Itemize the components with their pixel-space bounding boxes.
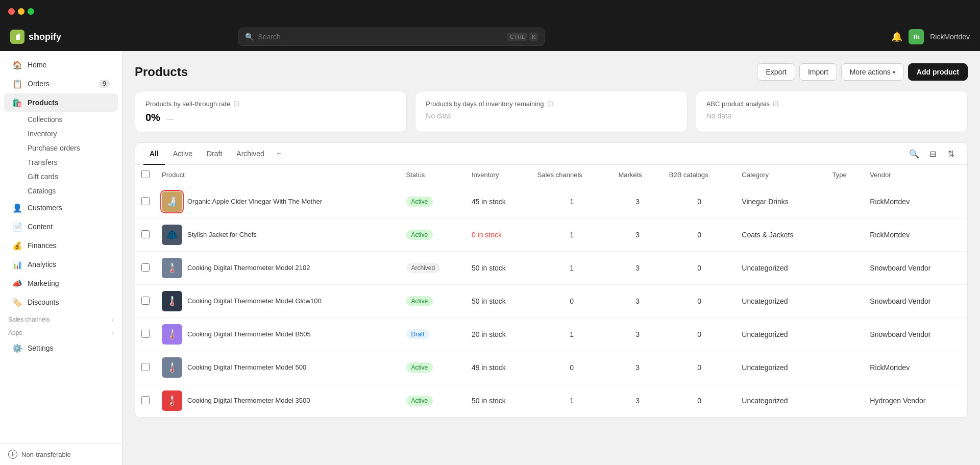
row-type-cell <box>826 218 864 252</box>
row-product-cell[interactable]: 🌡️ Cooking Digital Thermometer Model 500 <box>156 351 400 384</box>
tab-all[interactable]: All <box>143 143 165 165</box>
col-product: Product <box>156 165 400 185</box>
row-markets-cell: 3 <box>612 185 663 218</box>
page-title: Products <box>135 65 757 79</box>
sidebar-item-finances[interactable]: 💰 Finances <box>4 236 118 255</box>
sidebar-item-discounts[interactable]: 🏷️ Discounts <box>4 293 118 311</box>
status-badge-2: Active <box>406 230 433 240</box>
more-actions-button[interactable]: More actions ▾ <box>841 63 904 81</box>
add-product-button[interactable]: Add product <box>908 63 968 81</box>
tab-archived[interactable]: Archived <box>230 143 270 165</box>
logo-text: shopify <box>29 32 61 42</box>
minimize-button[interactable] <box>18 8 24 15</box>
sidebar-item-marketing-label: Marketing <box>28 279 59 287</box>
row-checkbox-6[interactable] <box>141 363 150 371</box>
product-thumbnail-4: 🌡️ <box>162 291 182 311</box>
import-button[interactable]: Import <box>799 63 837 81</box>
row-b2b-cell: 0 <box>663 285 736 318</box>
row-vendor-cell: Snowboard Vendor <box>864 252 967 285</box>
sidebar-item-collections[interactable]: Collections <box>23 112 118 127</box>
select-all-col <box>135 165 156 185</box>
row-sales-channels-cell: 1 <box>531 384 612 418</box>
row-inventory-cell: 50 in stock <box>465 384 531 418</box>
sort-table-button[interactable]: ⇅ <box>943 145 959 162</box>
sidebar-item-analytics[interactable]: 📊 Analytics <box>4 255 118 274</box>
sidebar-item-purchase-orders[interactable]: Purchase orders <box>23 141 118 155</box>
row-product-cell[interactable]: 🍶 Organic Apple Cider Vinegar With The M… <box>156 185 400 218</box>
tab-add-button[interactable]: + <box>273 143 285 164</box>
orders-badge: 9 <box>99 80 110 88</box>
stats-row: Products by sell-through rate ⊡ 0% — Pro… <box>135 91 968 132</box>
row-checkbox-3[interactable] <box>141 263 150 272</box>
search-shortcut: CTRL K <box>507 33 538 41</box>
orders-icon: 📋 <box>12 79 22 89</box>
row-product-cell[interactable]: 🌡️ Cooking Digital Thermometer Model 210… <box>156 252 400 285</box>
sidebar-item-customers[interactable]: 👤 Customers <box>4 199 118 217</box>
notification-button[interactable]: 🔔 <box>891 31 902 42</box>
table-row[interactable]: 🌡️ Cooking Digital Thermometer Model B50… <box>135 318 967 351</box>
search-table-button[interactable]: 🔍 <box>906 145 922 162</box>
finances-icon: 💰 <box>12 240 22 251</box>
row-inventory-cell: 49 in stock <box>465 351 531 384</box>
sidebar-item-marketing[interactable]: 📣 Marketing <box>4 274 118 292</box>
search-bar[interactable]: 🔍 CTRL K <box>238 28 545 46</box>
table-row[interactable]: 🌡️ Cooking Digital Thermometer Model 500… <box>135 351 967 384</box>
inventory-value-2: 0 in stock <box>472 231 502 239</box>
maximize-button[interactable] <box>28 8 34 15</box>
table-row[interactable]: 🧥 Stylish Jacket for Chefs Active 0 in s… <box>135 218 967 252</box>
sidebar-item-gift-cards[interactable]: Gift cards <box>23 169 118 184</box>
table-row[interactable]: 🌡️ Cooking Digital Thermometer Model 210… <box>135 252 967 285</box>
filter-table-button[interactable]: ⊟ <box>924 145 941 162</box>
sidebar-item-transfers[interactable]: Transfers <box>23 155 118 169</box>
sidebar-item-content[interactable]: 📄 Content <box>4 217 118 236</box>
stat-abc-icon: ⊡ <box>773 100 779 108</box>
sidebar-item-analytics-label: Analytics <box>28 260 56 268</box>
products-sub-nav: Collections Inventory Purchase orders Tr… <box>0 112 122 198</box>
row-checkbox-cell <box>135 351 156 384</box>
status-badge-6: Active <box>406 362 433 373</box>
row-product-cell[interactable]: 🌡️ Cooking Digital Thermometer Model B50… <box>156 318 400 351</box>
content-icon: 📄 <box>12 222 22 232</box>
row-checkbox-2[interactable] <box>141 230 150 238</box>
row-product-cell[interactable]: 🧥 Stylish Jacket for Chefs <box>156 218 400 252</box>
row-checkbox-7[interactable] <box>141 396 150 404</box>
row-checkbox-4[interactable] <box>141 297 150 305</box>
sidebar-item-catalogs[interactable]: Catalogs <box>23 184 118 198</box>
inventory-value-4: 50 in stock <box>472 297 506 305</box>
col-sales-channels: Sales channels <box>531 165 612 185</box>
sidebar-item-home[interactable]: 🏠 Home <box>4 56 118 74</box>
row-product-cell[interactable]: 🌡️ Cooking Digital Thermometer Model 350… <box>156 384 400 418</box>
sidebar-footer[interactable]: ℹ Non-transferable <box>0 443 122 465</box>
row-category-cell: Vinegar Drinks <box>736 185 826 218</box>
sidebar-item-discounts-label: Discounts <box>28 298 59 306</box>
table-row[interactable]: 🍶 Organic Apple Cider Vinegar With The M… <box>135 185 967 218</box>
row-product-cell[interactable]: 🌡️ Cooking Digital Thermometer Model Glo… <box>156 285 400 318</box>
table-row[interactable]: 🌡️ Cooking Digital Thermometer Model Glo… <box>135 285 967 318</box>
tab-draft[interactable]: Draft <box>201 143 228 165</box>
product-name-6: Cooking Digital Thermometer Model 500 <box>187 363 306 372</box>
row-checkbox-cell <box>135 252 156 285</box>
row-status-cell: Draft <box>400 318 465 351</box>
col-category: Category <box>736 165 826 185</box>
row-checkbox-5[interactable] <box>141 330 150 338</box>
select-all-checkbox[interactable] <box>141 170 150 178</box>
row-checkbox-1[interactable] <box>141 197 150 205</box>
products-icon: 🛍️ <box>12 97 22 108</box>
row-type-cell <box>826 185 864 218</box>
row-type-cell <box>826 318 864 351</box>
sidebar-item-orders[interactable]: 📋 Orders 9 <box>4 75 118 93</box>
export-button[interactable]: Export <box>757 63 795 81</box>
sidebar-item-products[interactable]: 🛍️ Products <box>4 93 118 112</box>
search-input[interactable] <box>258 33 503 41</box>
row-markets-cell: 3 <box>612 285 663 318</box>
stat-sell-through-label: Products by sell-through rate ⊡ <box>145 100 396 108</box>
sidebar-item-settings[interactable]: ⚙️ Settings <box>4 339 118 357</box>
sidebar-item-inventory[interactable]: Inventory <box>23 127 118 141</box>
apps-section[interactable]: Apps › <box>0 325 122 338</box>
tab-active[interactable]: Active <box>167 143 199 165</box>
close-button[interactable] <box>8 8 15 15</box>
table-row[interactable]: 🌡️ Cooking Digital Thermometer Model 350… <box>135 384 967 418</box>
sales-channels-section[interactable]: Sales channels › <box>0 312 122 325</box>
avatar: Ri <box>909 29 924 44</box>
row-checkbox-cell <box>135 384 156 418</box>
